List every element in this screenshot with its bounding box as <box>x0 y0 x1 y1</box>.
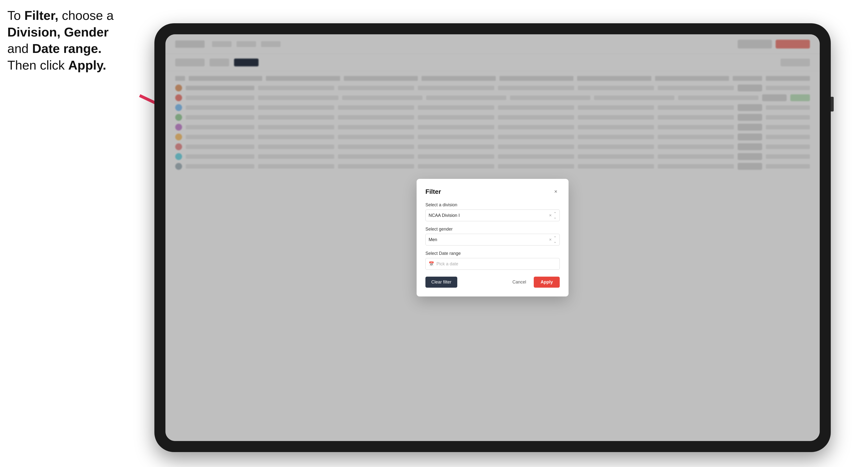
modal-footer-right: Cancel Apply <box>508 277 560 288</box>
instruction-text: To Filter, choose a Division, Gender and… <box>7 7 145 73</box>
division-value: NCAA Division I <box>429 213 549 218</box>
tablet-screen: Filter × Select a division NCAA Division… <box>165 34 820 441</box>
gender-value: Men <box>429 237 549 242</box>
apply-bold: Apply. <box>68 58 106 72</box>
division-form-group: Select a division NCAA Division I × ⌃⌄ <box>426 203 560 221</box>
gender-select-icons: × ⌃⌄ <box>549 236 557 244</box>
division-select[interactable]: NCAA Division I × ⌃⌄ <box>426 210 560 221</box>
division-label: Select a division <box>426 203 560 208</box>
date-placeholder: Pick a date <box>436 261 458 267</box>
clear-filter-button[interactable]: Clear filter <box>426 277 457 288</box>
gender-form-group: Select gender Men × ⌃⌄ <box>426 227 560 246</box>
gender-select[interactable]: Men × ⌃⌄ <box>426 234 560 246</box>
division-clear-icon[interactable]: × <box>549 213 552 218</box>
gender-label: Select gender <box>426 227 560 232</box>
tablet-frame: Filter × Select a division NCAA Division… <box>154 23 831 452</box>
modal-title: Filter <box>426 188 441 195</box>
instruction-line3: and Date range. <box>7 41 101 56</box>
apply-button[interactable]: Apply <box>534 277 560 288</box>
date-label: Select Date range <box>426 251 560 256</box>
division-arrow-icon: ⌃⌄ <box>554 212 557 219</box>
filter-bold: Filter, <box>24 8 58 23</box>
filter-modal: Filter × Select a division NCAA Division… <box>416 179 568 297</box>
modal-overlay[interactable]: Filter × Select a division NCAA Division… <box>165 34 820 441</box>
division-gender-bold: Division, Gender <box>7 25 108 39</box>
gender-arrow-icon: ⌃⌄ <box>554 236 557 244</box>
instruction-line1: To Filter, choose a <box>7 8 114 23</box>
modal-header: Filter × <box>426 188 560 195</box>
instruction-line4: Then click Apply. <box>7 58 106 72</box>
division-select-icons: × ⌃⌄ <box>549 212 557 219</box>
date-form-group: Select Date range 📅 Pick a date <box>426 251 560 270</box>
cancel-button[interactable]: Cancel <box>508 277 530 288</box>
date-input[interactable]: 📅 Pick a date <box>426 258 560 270</box>
modal-close-button[interactable]: × <box>552 188 560 195</box>
calendar-icon: 📅 <box>429 261 434 267</box>
tablet-side-button <box>831 97 834 112</box>
date-range-bold: Date range. <box>32 41 101 56</box>
gender-clear-icon[interactable]: × <box>549 237 552 242</box>
modal-footer: Clear filter Cancel Apply <box>426 277 560 288</box>
